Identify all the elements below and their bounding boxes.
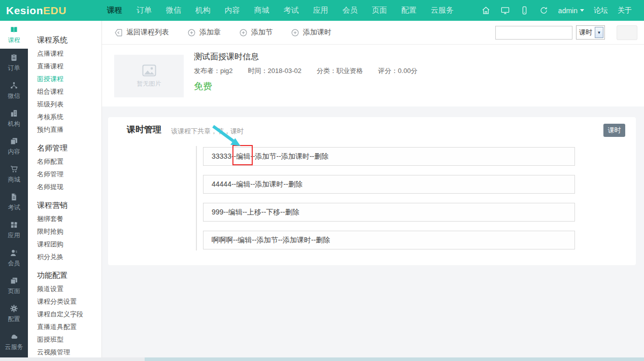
- submenu-item-offline-course[interactable]: 面授课程: [37, 73, 101, 85]
- submenu-item-teacher-withdraw[interactable]: 名师提现: [37, 181, 101, 193]
- admin-username: admin: [558, 7, 578, 15]
- course-info-section: 暂无图片 测试面授课时信息 发布者：pig2 时间：2018-03-02 分类：…: [102, 45, 644, 106]
- topnav-item-wechat[interactable]: 微信: [159, 6, 188, 15]
- submenu-item-course-category[interactable]: 课程分类设置: [37, 295, 101, 308]
- app-logo: KesionEDU: [6, 5, 66, 17]
- submenu-item-live-course[interactable]: 直播课程: [37, 60, 101, 73]
- building-icon: [10, 109, 18, 118]
- submenu-item-bundle-package[interactable]: 捆绑套餐: [37, 212, 101, 225]
- forum-link[interactable]: 论坛: [594, 6, 608, 15]
- rail-label: 微信: [8, 92, 20, 100]
- top-nav: 课程 订单 微信 机构 内容 商城 考试 应用 会员 页面 配置 云服务: [100, 6, 461, 15]
- rail-label: 商城: [8, 175, 20, 184]
- user-icon: [10, 248, 18, 257]
- topnav-item-courses[interactable]: 课程: [100, 6, 129, 15]
- submenu-item-live-booking[interactable]: 预约直播: [37, 123, 101, 136]
- submenu-item-combo-course[interactable]: 组合课程: [37, 85, 101, 98]
- rail-label: 应用: [8, 231, 20, 240]
- panel-subtitle: 该课程下共章，节，课时: [171, 127, 244, 136]
- topnav-item-apps[interactable]: 应用: [306, 6, 335, 15]
- rail-item-pages[interactable]: 页面: [0, 272, 28, 300]
- horizontal-scrollbar[interactable]: [0, 357, 644, 361]
- rail-item-members[interactable]: 会员: [0, 244, 28, 272]
- submenu-item-live-props[interactable]: 直播道具配置: [37, 320, 101, 333]
- add-section-label: 添加节: [251, 28, 273, 37]
- refresh-icon[interactable]: [539, 6, 549, 15]
- rail-item-content[interactable]: 内容: [0, 132, 28, 160]
- submenu-item-channel-settings[interactable]: 频道设置: [37, 282, 101, 295]
- topnav-item-pages[interactable]: 页面: [365, 6, 394, 15]
- documents-icon: [10, 137, 18, 146]
- topnav-item-organization[interactable]: 机构: [188, 6, 218, 15]
- rail-label: 页面: [8, 287, 20, 296]
- clipboard-icon: [10, 53, 18, 62]
- submenu-item-group-buy[interactable]: 课程团购: [37, 238, 101, 250]
- course-time: 时间：2018-03-02: [248, 66, 302, 76]
- rail-item-orders[interactable]: 订单: [0, 49, 28, 77]
- submenu-item-vod-course[interactable]: 点播课程: [37, 47, 101, 60]
- chapter-row[interactable]: 44444--编辑--添加课时--删除: [203, 175, 575, 194]
- submenu-item-offline-class-type[interactable]: 面授班型: [37, 333, 101, 346]
- lesson-toolbar: 返回课程列表 添加章 添加节 添加课时 课时 ▼: [102, 21, 644, 45]
- submenu-item-teacher-config[interactable]: 名师配置: [37, 155, 101, 168]
- chevron-down-icon: [580, 9, 584, 12]
- submenu-group-marketing: 课程营销: [37, 198, 101, 212]
- course-submenu: 课程系统 点播课程 直播课程 面授课程 组合课程 班级列表 考核系统 预约直播 …: [28, 21, 102, 361]
- chapter-row[interactable]: 999--编辑--上移--下移--删除: [203, 203, 575, 222]
- back-to-course-list-button[interactable]: 返回课程列表: [114, 28, 169, 37]
- submenu-item-assessment[interactable]: 考核系统: [37, 111, 101, 123]
- rail-item-mall[interactable]: 商城: [0, 160, 28, 188]
- submenu-item-cloud-video[interactable]: 云视频管理: [37, 346, 101, 358]
- rail-label: 配置: [8, 315, 20, 323]
- chapter-row[interactable]: 啊啊啊--编辑--添加节--添加课时--删除: [203, 231, 575, 249]
- course-rating: 评分：0.00分: [378, 66, 417, 76]
- submenu-item-class-list[interactable]: 班级列表: [37, 98, 101, 111]
- course-publisher: 发布者：pig2: [194, 66, 233, 76]
- submenu-group-course-system: 课程系统: [37, 33, 101, 47]
- home-icon[interactable]: [481, 6, 491, 15]
- rail-item-organization[interactable]: 机构: [0, 104, 28, 132]
- topnav-item-mall[interactable]: 商城: [247, 6, 277, 15]
- monitor-icon[interactable]: [500, 6, 510, 15]
- submenu-item-course-custom-fields[interactable]: 课程自定义字段: [37, 308, 101, 320]
- top-header: KesionEDU 课程 订单 微信 机构 内容 商城 考试 应用 会员 页面 …: [0, 0, 644, 21]
- lesson-button[interactable]: 课时: [603, 124, 625, 137]
- icon-sidebar: 课程 订单 微信 机构 内容 商城 考试 应用 会员 页面 配置 云服: [0, 21, 28, 361]
- topnav-item-content[interactable]: 内容: [218, 6, 247, 15]
- topnav-item-exam[interactable]: 考试: [277, 6, 306, 15]
- topnav-item-members[interactable]: 会员: [335, 6, 365, 15]
- plus-circle-icon: [239, 28, 248, 37]
- lesson-type-select[interactable]: 课时 ▼: [576, 25, 605, 40]
- scrollbar-thumb[interactable]: [145, 357, 644, 361]
- add-lesson-button[interactable]: 添加课时: [291, 28, 331, 37]
- toolbar-blank-button[interactable]: [617, 25, 637, 40]
- logo-text-kesion: Kesion: [6, 5, 43, 16]
- gear-icon: [10, 304, 18, 313]
- topnav-item-cloud[interactable]: 云服务: [424, 6, 461, 15]
- rail-item-apps[interactable]: 应用: [0, 216, 28, 244]
- course-category: 分类：职业资格: [317, 66, 363, 76]
- add-section-button[interactable]: 添加节: [239, 28, 273, 37]
- rail-item-settings[interactable]: 配置: [0, 300, 28, 328]
- about-link[interactable]: 关于: [618, 6, 632, 15]
- admin-menu[interactable]: admin: [558, 7, 584, 15]
- add-chapter-button[interactable]: 添加章: [187, 28, 221, 37]
- rail-item-exam[interactable]: 考试: [0, 188, 28, 216]
- chevron-down-icon: ▼: [595, 27, 603, 38]
- topnav-item-orders[interactable]: 订单: [129, 6, 159, 15]
- rail-item-wechat[interactable]: 微信: [0, 77, 28, 104]
- rail-label: 云服务: [5, 343, 23, 351]
- cloud-icon: [10, 332, 18, 341]
- rail-label: 考试: [8, 203, 20, 212]
- add-chapter-label: 添加章: [199, 28, 221, 37]
- submenu-item-points-exchange[interactable]: 积分兑换: [37, 250, 101, 263]
- submenu-item-flash-sale[interactable]: 限时抢购: [37, 225, 101, 238]
- rail-item-cloud[interactable]: 云服务: [0, 328, 28, 355]
- book-icon: [10, 25, 18, 34]
- search-input[interactable]: [495, 26, 572, 40]
- topnav-item-settings[interactable]: 配置: [394, 6, 424, 15]
- rail-item-courses[interactable]: 课程: [0, 21, 28, 49]
- chapter-row[interactable]: 33333--编辑--添加节--添加课时--删除: [203, 147, 575, 166]
- submenu-item-teacher-manage[interactable]: 名师管理: [37, 168, 101, 181]
- mobile-icon[interactable]: [520, 6, 529, 15]
